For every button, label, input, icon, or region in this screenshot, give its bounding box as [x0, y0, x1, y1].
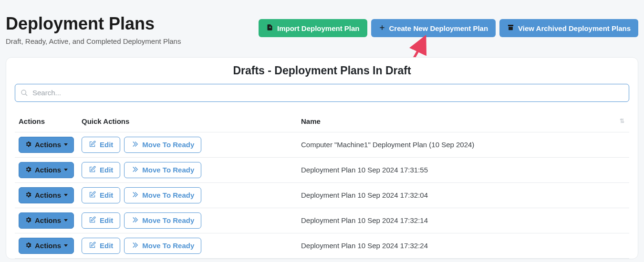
caret-down-icon [64, 244, 68, 247]
double-chevron-right-icon [131, 242, 138, 250]
table-row: Actions Edit Move To Ready Deployment Pl… [15, 157, 629, 182]
sort-icon: ⇅ [620, 118, 624, 124]
plan-name-cell: Computer "Machine1" Deployment Plan (10 … [297, 132, 629, 157]
double-chevron-right-icon [131, 216, 138, 225]
edit-button[interactable]: Edit [82, 187, 120, 203]
actions-dropdown-button[interactable]: Actions [19, 238, 74, 254]
archive-icon [507, 24, 514, 32]
edit-button[interactable]: Edit [82, 238, 120, 254]
edit-label: Edit [100, 216, 113, 224]
move-to-ready-button[interactable]: Move To Ready [124, 137, 201, 153]
move-to-ready-button[interactable]: Move To Ready [124, 212, 201, 229]
move-to-ready-button[interactable]: Move To Ready [124, 162, 201, 178]
move-to-ready-button[interactable]: Move To Ready [124, 187, 201, 203]
double-chevron-right-icon [131, 191, 138, 200]
caret-down-icon [64, 169, 68, 171]
caret-down-icon [64, 194, 68, 196]
create-label: Create New Deployment Plan [389, 24, 488, 32]
edit-icon [89, 242, 96, 250]
plus-icon [379, 24, 385, 32]
move-label: Move To Ready [142, 242, 194, 250]
actions-label: Actions [35, 191, 61, 199]
double-chevron-right-icon [131, 166, 138, 174]
drafts-table: Actions Quick Actions Name ⇅ Actions Edi… [15, 111, 629, 259]
actions-label: Actions [35, 166, 61, 174]
search-input[interactable] [15, 84, 629, 102]
double-chevron-right-icon [131, 141, 138, 149]
move-to-ready-button[interactable]: Move To Ready [124, 238, 201, 254]
plan-name-cell: Deployment Plan 10 Sep 2024 17:32:14 [297, 208, 629, 233]
move-label: Move To Ready [142, 166, 194, 174]
move-label: Move To Ready [142, 216, 194, 224]
actions-dropdown-button[interactable]: Actions [19, 212, 74, 229]
svg-line-4 [25, 94, 27, 96]
actions-label: Actions [35, 242, 61, 250]
plan-name-cell: Deployment Plan 10 Sep 2024 17:32:24 [297, 233, 629, 258]
gear-icon [25, 242, 32, 250]
table-row: Actions Edit Move To Ready Deployment Pl… [15, 182, 629, 208]
gear-icon [25, 166, 32, 174]
create-button[interactable]: Create New Deployment Plan [371, 19, 496, 37]
edit-button[interactable]: Edit [82, 162, 120, 178]
edit-label: Edit [100, 141, 113, 149]
panel-title: Drafts - Deployment Plans In Draft [15, 64, 629, 77]
gear-icon [25, 191, 32, 200]
table-row: Actions Edit Move To Ready Deployment Pl… [15, 208, 629, 233]
drafts-panel: Drafts - Deployment Plans In Draft Actio… [6, 57, 638, 259]
archived-button[interactable]: View Archived Deployment Plans [499, 19, 638, 37]
file-import-icon [266, 24, 273, 32]
edit-icon [89, 166, 96, 174]
col-header-quick: Quick Actions [78, 111, 297, 132]
actions-label: Actions [35, 216, 61, 224]
import-label: Import Deployment Plan [277, 24, 360, 32]
actions-dropdown-button[interactable]: Actions [19, 187, 74, 203]
col-header-actions: Actions [15, 111, 78, 132]
gear-icon [25, 141, 32, 149]
move-label: Move To Ready [142, 141, 194, 149]
import-button[interactable]: Import Deployment Plan [259, 19, 367, 37]
gear-icon [25, 216, 32, 225]
plan-name-cell: Deployment Plan 10 Sep 2024 17:32:04 [297, 182, 629, 208]
col-header-name[interactable]: Name ⇅ [297, 111, 629, 132]
page-title: Deployment Plans [6, 14, 181, 33]
svg-point-3 [21, 90, 26, 94]
edit-button[interactable]: Edit [82, 137, 120, 153]
caret-down-icon [64, 143, 68, 146]
caret-down-icon [64, 219, 68, 222]
page-subtitle: Draft, Ready, Active, and Completed Depl… [6, 37, 181, 45]
actions-dropdown-button[interactable]: Actions [19, 137, 74, 153]
edit-icon [89, 216, 96, 225]
edit-label: Edit [100, 166, 113, 174]
table-row: Actions Edit Move To Ready Computer "Mac… [15, 132, 629, 157]
svg-rect-2 [508, 25, 513, 26]
plan-name-cell: Deployment Plan 10 Sep 2024 17:31:55 [297, 157, 629, 182]
archived-label: View Archived Deployment Plans [518, 24, 631, 32]
edit-icon [89, 191, 96, 200]
header-actions: Import Deployment Plan Create New Deploy… [259, 19, 638, 37]
col-header-name-label: Name [301, 117, 321, 125]
edit-icon [89, 141, 96, 149]
edit-label: Edit [100, 191, 113, 199]
move-label: Move To Ready [142, 191, 194, 199]
actions-dropdown-button[interactable]: Actions [19, 162, 74, 178]
table-row: Actions Edit Move To Ready Deployment Pl… [15, 233, 629, 258]
edit-label: Edit [100, 242, 113, 250]
actions-label: Actions [35, 141, 61, 149]
edit-button[interactable]: Edit [82, 212, 120, 229]
